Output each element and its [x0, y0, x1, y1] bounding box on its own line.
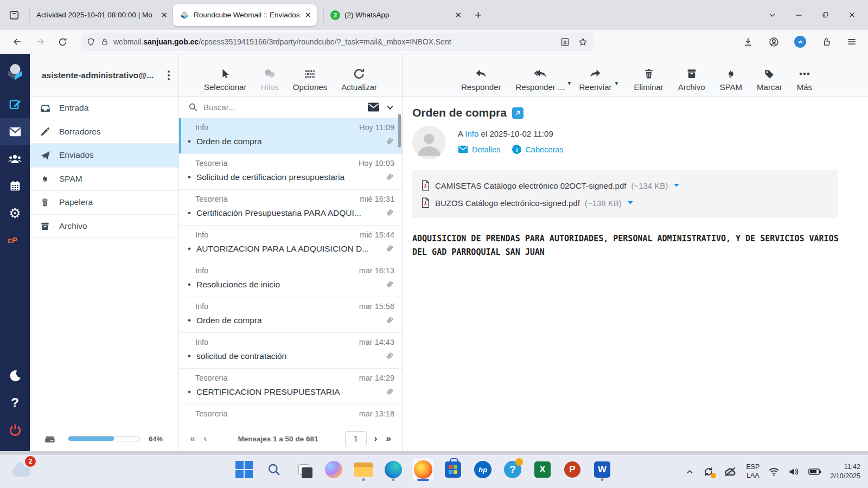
attachment-menu-caret-icon[interactable] [628, 201, 633, 204]
hp-app-button[interactable]: hp [472, 458, 494, 481]
help-app-button[interactable]: ? [502, 458, 524, 481]
account-icon[interactable] [768, 36, 780, 48]
recipient-link[interactable]: Info [465, 129, 478, 138]
archive-button[interactable]: Archivo [678, 66, 705, 92]
list-scrollbar[interactable] [398, 114, 401, 147]
forward-caret-icon[interactable]: ▼ [614, 80, 620, 86]
more-button[interactable]: Más [797, 66, 812, 92]
tab-whatsapp[interactable]: 2 (2) WhatsApp ✕ [323, 4, 467, 26]
language-indicator[interactable]: ESPLAA [746, 463, 760, 480]
menu-hamburger-icon[interactable] [846, 36, 857, 47]
list-tabs-chevron-icon[interactable] [768, 11, 776, 19]
folder-enviados[interactable]: Enviados [30, 144, 178, 168]
message-row[interactable]: Tesoreriamié 16:31 •Certificación Presup… [179, 190, 402, 226]
message-row[interactable]: Infomié 15:44 •AUTORIZACION PARA LA ADQU… [179, 226, 402, 261]
volume-icon[interactable] [788, 467, 800, 477]
window-restore-button[interactable] [821, 11, 829, 19]
mark-button[interactable]: Marcar [757, 66, 782, 92]
dark-mode-moon-icon[interactable] [0, 362, 30, 389]
search-scope-envelope-icon[interactable] [367, 102, 380, 113]
account-menu-kebab-icon[interactable] [164, 68, 173, 82]
details-toggle[interactable]: Detalles [458, 145, 500, 154]
attachment-item[interactable]: CAMISETAS Catálogo electrónico 02OCT-sig… [421, 177, 829, 194]
message-row[interactable]: Infomar 14:43 •solicitud de contratación [179, 333, 402, 369]
cpanel-logo[interactable]: cP [0, 227, 30, 254]
word-button[interactable]: W [591, 458, 613, 481]
message-row[interactable]: TesoreriaHoy 10:03 •Solicitud de certifi… [179, 154, 402, 190]
taskbar-widget[interactable]: 2 [12, 458, 34, 478]
tab-roundcube[interactable]: Roundcube Webmail :: Enviados ✕ [173, 4, 317, 26]
select-button[interactable]: Seleccionar [204, 66, 246, 92]
window-minimize-button[interactable] [795, 11, 803, 19]
taskbar-search-button[interactable] [263, 458, 285, 481]
tracking-shield-icon[interactable] [86, 37, 95, 47]
window-close-button[interactable] [848, 11, 856, 19]
message-row[interactable]: Infomar 16:13 •Resoluciones de inicio [179, 261, 402, 297]
onedrive-offline-icon[interactable] [723, 466, 737, 478]
excel-button[interactable]: X [532, 458, 553, 481]
attachment-item[interactable]: BUZOS Catálogo electrónico-signed.pdf (~… [421, 194, 829, 211]
help-icon[interactable]: ? [0, 389, 30, 416]
firefox-button[interactable] [412, 458, 434, 481]
firefox-view-icon[interactable] [4, 5, 24, 25]
folder-archivo[interactable]: Archivo [30, 215, 178, 239]
logout-power-icon[interactable] [0, 416, 30, 444]
folder-papelera[interactable]: Papelera [30, 191, 178, 215]
refresh-button[interactable]: Actualizar [341, 66, 377, 92]
sync-icon[interactable] [703, 466, 714, 478]
reply-all-caret-icon[interactable]: ▼ [567, 80, 572, 86]
tab-actividad[interactable]: Actividad 2025-10-01 08:00:00 | Mo ✕ [29, 4, 173, 26]
wifi-icon[interactable] [768, 467, 780, 477]
tab-close-icon[interactable]: ✕ [161, 10, 168, 20]
mail-nav-icon[interactable] [0, 118, 30, 145]
calendar-nav-icon[interactable] [0, 172, 30, 200]
reply-button[interactable]: Responder [461, 66, 501, 92]
contacts-nav-icon[interactable] [0, 145, 30, 172]
first-page-icon[interactable]: « [186, 433, 199, 444]
message-row[interactable]: Tesoreriamar 13:18 [179, 404, 402, 426]
clock[interactable]: 11:422/10/2025 [830, 463, 860, 481]
threads-button[interactable]: Hilos [260, 66, 278, 92]
edge-button[interactable] [382, 458, 404, 481]
tray-chevron-up-icon[interactable] [686, 468, 694, 476]
reply-all-button[interactable]: Responder ... ▼ [515, 66, 564, 92]
battery-icon[interactable] [808, 468, 821, 476]
lock-icon[interactable] [100, 37, 109, 46]
spam-button[interactable]: SPAM [720, 66, 742, 92]
options-button[interactable]: Opciones [293, 66, 327, 92]
attachment-menu-caret-icon[interactable] [674, 184, 679, 187]
folder-spam[interactable]: SPAM [30, 168, 178, 191]
folder-borradores[interactable]: Borradores [30, 120, 178, 144]
tab-close-icon[interactable]: ✕ [304, 10, 311, 20]
extension-icon[interactable] [821, 36, 832, 47]
task-view-button[interactable] [293, 458, 315, 481]
downloads-icon[interactable] [743, 36, 754, 47]
new-tab-button[interactable]: + [475, 8, 482, 22]
settings-nav-icon[interactable]: ⚙ [0, 200, 30, 227]
search-options-chevron-icon[interactable] [386, 103, 394, 112]
url-text[interactable]: webmail.sanjuan.gob.ec/cpsess3519415166/… [113, 37, 560, 46]
message-row[interactable]: InfoHoy 11:09 •Orden de compra [179, 118, 402, 154]
extension-icon-blue[interactable] [794, 36, 806, 48]
search-input[interactable] [203, 102, 367, 112]
copilot-button[interactable] [323, 458, 344, 481]
powerpoint-button[interactable]: P [561, 458, 583, 481]
folder-entrada[interactable]: Entrada [30, 97, 178, 120]
tab-close-icon[interactable]: ✕ [455, 10, 462, 20]
save-page-icon[interactable] [560, 37, 570, 47]
forward-button[interactable] [35, 36, 46, 47]
file-explorer-button[interactable] [353, 458, 374, 481]
bookmark-star-icon[interactable] [578, 37, 588, 47]
microsoft-store-button[interactable] [442, 458, 464, 481]
message-row[interactable]: Tesoreriamar 14:29 •CERTIFICACION PRESUP… [179, 369, 402, 404]
url-bar[interactable]: webmail.sanjuan.gob.ec/cpsess3519415166/… [81, 33, 593, 51]
delete-button[interactable]: Eliminar [634, 66, 663, 92]
open-in-new-window-icon[interactable] [512, 107, 524, 119]
reload-button[interactable] [58, 37, 68, 47]
prev-page-icon[interactable]: ‹ [199, 433, 211, 444]
next-page-icon[interactable]: › [370, 433, 382, 444]
forward-button-mail[interactable]: Reenviar ▼ [579, 66, 611, 92]
compose-button[interactable] [0, 91, 30, 118]
start-button[interactable] [233, 458, 255, 481]
last-page-icon[interactable]: » [382, 433, 395, 444]
